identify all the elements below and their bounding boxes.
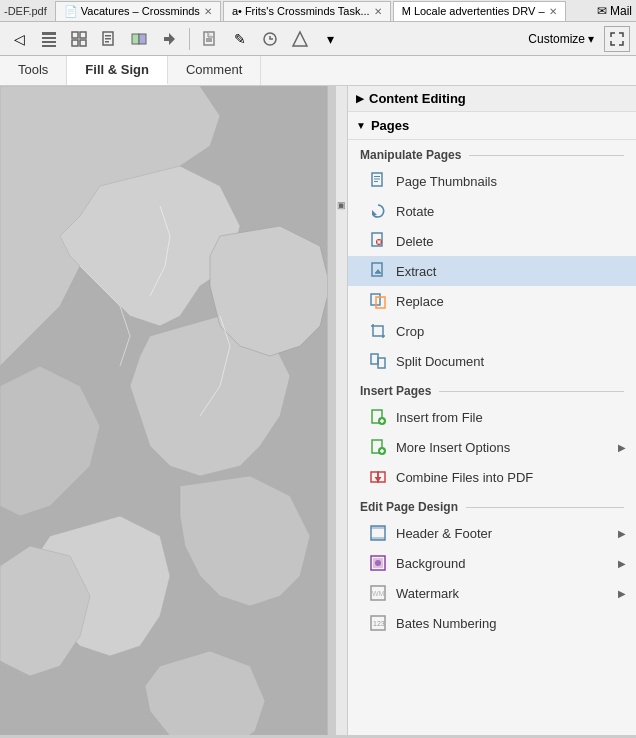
watermark-icon: WM	[368, 583, 388, 603]
svg-marker-18	[293, 32, 307, 46]
menu-item-replace[interactable]: Replace	[348, 286, 636, 316]
toolbar-btn-7[interactable]	[197, 26, 223, 52]
crop-label: Crop	[396, 324, 626, 339]
svg-rect-9	[105, 35, 111, 37]
toolbar-btn-8[interactable]: ✎	[227, 26, 253, 52]
crop-icon	[368, 321, 388, 341]
svg-rect-3	[42, 45, 56, 47]
scrollbar[interactable]	[327, 86, 335, 735]
svg-rect-13	[139, 34, 146, 44]
replace-label: Replace	[396, 294, 626, 309]
edit-page-design-label: Edit Page Design	[360, 500, 458, 514]
toolbar-btn-6[interactable]	[156, 26, 182, 52]
menu-item-combine[interactable]: Combine Files into PDF	[348, 462, 636, 492]
tab-frits[interactable]: a• Frits's Crossminds Task... ✕	[223, 1, 391, 21]
manipulate-pages-group: Manipulate Pages	[348, 140, 636, 166]
svg-rect-31	[374, 179, 380, 180]
menu-item-background[interactable]: Background ▶	[348, 548, 636, 578]
header-footer-arrow: ▶	[618, 528, 626, 539]
toolbar-btn-dropdown[interactable]: ▾	[317, 26, 343, 52]
svg-rect-49	[378, 358, 385, 368]
svg-rect-4	[72, 32, 78, 38]
svg-rect-7	[80, 40, 86, 46]
insert-pages-group: Insert Pages	[348, 376, 636, 402]
svg-rect-6	[72, 40, 78, 46]
tab-tools-label: Tools	[18, 62, 48, 77]
svg-rect-38	[372, 263, 382, 276]
content-editing-arrow: ▶	[356, 93, 364, 104]
collapse-icon: ▣	[337, 200, 346, 210]
tab-locale[interactable]: M Locale advertenties DRV – ✕	[393, 1, 566, 21]
svg-rect-43	[373, 326, 383, 336]
svg-point-67	[375, 560, 381, 566]
svg-rect-30	[374, 176, 380, 177]
menu-item-split[interactable]: Split Document	[348, 346, 636, 376]
panel-content: ▶ Content Editing ▼ Pages Manipulate Pag…	[348, 86, 636, 638]
svg-rect-1	[42, 37, 56, 39]
file-title: -DEF.pdf	[4, 5, 47, 17]
menu-item-crop[interactable]: Crop	[348, 316, 636, 346]
tab-vacatures[interactable]: 📄 Vacatures – Crossminds ✕	[55, 1, 221, 21]
split-label: Split Document	[396, 354, 626, 369]
panel-collapse-bar[interactable]: ▣	[336, 86, 348, 735]
split-icon	[368, 351, 388, 371]
fullscreen-button[interactable]	[604, 26, 630, 52]
replace-icon	[368, 291, 388, 311]
tab-fill-sign-label: Fill & Sign	[85, 62, 149, 77]
menu-item-header-footer[interactable]: Header & Footer ▶	[348, 518, 636, 548]
more-insert-arrow: ▶	[618, 442, 626, 453]
svg-rect-32	[374, 181, 378, 182]
menu-item-rotate[interactable]: Rotate	[348, 196, 636, 226]
svg-rect-5	[80, 32, 86, 38]
menu-item-extract[interactable]: Extract	[348, 256, 636, 286]
pages-header[interactable]: ▼ Pages	[348, 112, 636, 140]
tab-vacatures-close[interactable]: ✕	[204, 6, 212, 17]
delete-icon	[368, 231, 388, 251]
pages-arrow: ▼	[356, 120, 366, 131]
svg-rect-10	[105, 38, 111, 40]
page-thumbnails-label: Page Thumbnails	[396, 174, 626, 189]
menu-item-delete[interactable]: Delete	[348, 226, 636, 256]
svg-rect-11	[105, 41, 109, 43]
tab-fill-sign[interactable]: Fill & Sign	[67, 56, 168, 85]
toolbar-btn-3[interactable]	[66, 26, 92, 52]
menu-item-watermark[interactable]: WM Watermark ▶	[348, 578, 636, 608]
menu-item-bates[interactable]: 123 Bates Numbering	[348, 608, 636, 638]
svg-rect-64	[371, 537, 385, 540]
toolbar-btn-5[interactable]	[126, 26, 152, 52]
tab-frits-close[interactable]: ✕	[374, 6, 382, 17]
toolbar-btn-10[interactable]	[287, 26, 313, 52]
header-footer-label: Header & Footer	[396, 526, 618, 541]
svg-text:WM: WM	[372, 590, 385, 597]
toolbar: ◁ ✎ ▾ Customize ▾	[0, 22, 636, 56]
tab-vacatures-label: 📄 Vacatures – Crossminds	[64, 5, 200, 18]
tab-comment[interactable]: Comment	[168, 56, 261, 85]
watermark-label: Watermark	[396, 586, 618, 601]
customize-button[interactable]: Customize ▾	[522, 30, 600, 48]
tab-frits-label: a• Frits's Crossminds Task...	[232, 5, 370, 17]
more-insert-label: More Insert Options	[396, 440, 618, 455]
delete-label: Delete	[396, 234, 626, 249]
insert-from-file-label: Insert from File	[396, 410, 626, 425]
background-icon	[368, 553, 388, 573]
insert-pages-label: Insert Pages	[360, 384, 431, 398]
side-panel: ▣ ▶ Content Editing ▼ Pages Manipulate P…	[335, 86, 636, 735]
combine-label: Combine Files into PDF	[396, 470, 626, 485]
combine-icon	[368, 467, 388, 487]
tab-locale-close[interactable]: ✕	[549, 6, 557, 17]
mail-icon: ✉ Mail	[597, 4, 632, 18]
toolbar-btn-1[interactable]: ◁	[6, 26, 32, 52]
pages-label: Pages	[371, 118, 409, 133]
tab-tools[interactable]: Tools	[0, 56, 67, 85]
content-editing-header[interactable]: ▶ Content Editing	[348, 86, 636, 112]
menu-item-insert-from-file[interactable]: Insert from File	[348, 402, 636, 432]
toolbar-btn-9[interactable]	[257, 26, 283, 52]
tab-comment-label: Comment	[186, 62, 242, 77]
svg-rect-63	[371, 526, 385, 529]
menu-item-page-thumbnails[interactable]: Page Thumbnails	[348, 166, 636, 196]
toolbar-btn-4[interactable]	[96, 26, 122, 52]
background-label: Background	[396, 556, 618, 571]
toolbar-btn-2[interactable]	[36, 26, 62, 52]
menu-item-more-insert[interactable]: More Insert Options ▶	[348, 432, 636, 462]
svg-text:123: 123	[373, 620, 385, 627]
